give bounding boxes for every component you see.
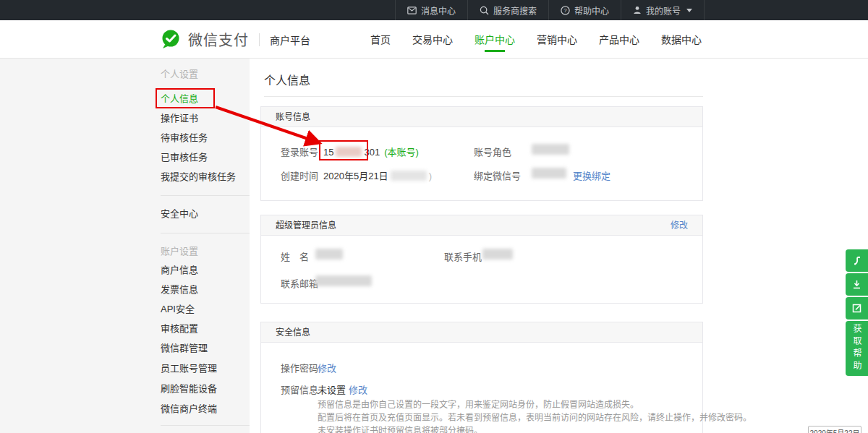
get-help-button[interactable]: 获取帮助 <box>846 321 868 376</box>
account-role-label: 账号角色 <box>474 145 511 158</box>
security-info-section-header: 安全信息 <box>261 322 702 343</box>
sidebar-item-personal-info[interactable]: 个人信息 <box>161 93 198 105</box>
bound-wechat-label: 绑定微信号 <box>474 168 521 182</box>
reserved-info-label: 预留信息 <box>281 382 318 396</box>
description-line-2: 配置后将在首页及充值页面显示。若未看到预留信息，表明当前访问的网站存在风险，请终… <box>318 411 752 424</box>
created-paren: ) <box>429 171 432 181</box>
masked-login-digits <box>336 147 362 157</box>
sidebar-item-wechat-merchant-terminal[interactable]: 微信商户终端 <box>161 403 217 415</box>
question-icon: ? <box>561 6 570 15</box>
header: 微信支付 商户平台 首页 交易中心 账户中心 营销中心 产品中心 数据中心 <box>0 20 868 59</box>
wechat-pay-merchant-portal: 消息中心 服务商搜索 ? 帮助中心 我的账号 微信 <box>0 0 868 433</box>
sidebar-divider <box>161 425 250 426</box>
operation-password-modify-link[interactable]: 修改 <box>318 361 336 374</box>
login-account-prefix: 15 <box>323 147 333 158</box>
search-icon <box>480 6 489 15</box>
security-info-section: 安全信息 操作密码 修改 预留信息 未设置 修改 预留信息是由你自己设置的一段文… <box>260 322 703 433</box>
sidebar-item-face-pay-device[interactable]: 刷脸智能设备 <box>161 383 217 395</box>
feedback-button[interactable] <box>846 297 868 320</box>
security-info-body: 操作密码 修改 预留信息 未设置 修改 预留信息是由你自己设置的一段文字，用来鉴… <box>261 343 702 433</box>
brand-name: 微信支付 <box>188 29 249 50</box>
topbar-menu: 消息中心 服务商搜索 ? 帮助中心 我的账号 <box>395 0 705 20</box>
portal-name: 商户平台 <box>270 33 310 47</box>
brand-divider <box>259 33 260 46</box>
my-account-menu-item[interactable]: 我的账号 <box>621 0 705 20</box>
service-provider-search-label: 服务商搜索 <box>493 4 537 17</box>
floating-help-bar: 获取帮助 <box>846 249 868 376</box>
sidebar-group-account-settings: 账户设置 <box>161 246 198 257</box>
sidebar-item-operation-cert[interactable]: 操作证书 <box>161 113 198 124</box>
nav-home[interactable]: 首页 <box>370 20 391 58</box>
security-info-title: 安全信息 <box>276 322 310 343</box>
service-provider-search-menu-item[interactable]: 服务商搜索 <box>467 0 548 20</box>
nav-product-center[interactable]: 产品中心 <box>599 20 639 58</box>
admin-phone-label: 联系手机 <box>444 249 482 263</box>
chevron-down-icon <box>686 9 692 12</box>
operation-password-label: 操作密码 <box>281 361 318 374</box>
login-account-label: 登录账号 <box>281 145 318 158</box>
rebind-wechat-link[interactable]: 更换绑定 <box>573 168 610 182</box>
nav-marketing-center[interactable]: 营销中心 <box>537 20 577 58</box>
sidebar-item-staff-account-mgmt[interactable]: 员工账号管理 <box>161 363 217 374</box>
sidebar-divider <box>161 233 250 233</box>
created-date: 2020年5月21日 <box>323 171 388 181</box>
created-time-label: 创建时间 <box>281 168 318 182</box>
current-account-tag: (本账号) <box>384 147 419 158</box>
masked-admin-name <box>315 249 343 260</box>
sidebar-divider <box>161 195 250 196</box>
user-icon <box>633 6 642 14</box>
masked-wechat-id <box>532 168 566 179</box>
super-admin-title: 超级管理员信息 <box>276 215 336 236</box>
sidebar-item-security-center[interactable]: 安全中心 <box>161 208 198 220</box>
topbar: 消息中心 服务商搜索 ? 帮助中心 我的账号 <box>0 0 868 20</box>
svg-text:?: ? <box>563 7 567 14</box>
super-admin-body: 姓 名 联系手机 联系邮箱 <box>261 236 702 303</box>
admin-name-label: 姓 名 <box>281 249 309 263</box>
sidebar-item-wechat-group-mgmt[interactable]: 微信群管理 <box>161 343 208 354</box>
description-line-3: 未安装操作证书时预留信息将被部分掩码。 <box>318 424 752 433</box>
super-admin-section-header: 超级管理员信息 修改 <box>261 215 702 236</box>
nav-trade-center[interactable]: 交易中心 <box>412 20 453 58</box>
hook-icon <box>851 255 862 266</box>
account-info-title: 账号信息 <box>276 107 310 127</box>
masked-created-time <box>391 171 427 181</box>
account-info-section-header: 账号信息 <box>261 107 702 127</box>
admin-email-label: 联系邮箱 <box>281 276 318 290</box>
sidebar: 个人设置 个人信息 操作证书 待审核任务 已审核任务 我提交的审核任务 安全中心… <box>0 59 250 433</box>
sidebar-item-merchant-info[interactable]: 商户信息 <box>161 265 198 276</box>
edit-icon <box>851 303 862 314</box>
account-info-body: 登录账号 15301(本账号) 账号角色 创建时间 2020年5月21日) 绑定… <box>261 127 702 200</box>
help-center-menu-item[interactable]: ? 帮助中心 <box>548 0 621 20</box>
sidebar-item-invoice-info[interactable]: 发票信息 <box>161 284 198 296</box>
login-account-value: 15301(本账号) <box>323 145 419 158</box>
contact-service-button[interactable] <box>846 249 868 272</box>
nav-account-center[interactable]: 账户中心 <box>475 20 515 58</box>
masked-account-role <box>532 144 569 155</box>
sidebar-item-pending-review-tasks[interactable]: 待审核任务 <box>161 132 208 144</box>
reserved-info-description: 预留信息是由你自己设置的一段文字，用来鉴定网站身份，防止假冒网站造成损失。 配置… <box>318 398 752 433</box>
sidebar-item-review-config[interactable]: 审核配置 <box>161 323 198 335</box>
title-divider <box>264 96 703 97</box>
brand[interactable]: 微信支付 商户平台 <box>161 29 310 50</box>
main-nav: 首页 交易中心 账户中心 营销中心 产品中心 数据中心 <box>370 20 702 58</box>
reserved-info-status: 未设置 <box>318 382 346 396</box>
help-center-label: 帮助中心 <box>574 4 609 17</box>
sidebar-item-my-submitted-tasks[interactable]: 我提交的审核任务 <box>161 171 236 183</box>
page-body: 个人设置 个人信息 操作证书 待审核任务 已审核任务 我提交的审核任务 安全中心… <box>0 59 868 433</box>
masked-admin-email <box>315 275 372 286</box>
sidebar-item-reviewed-tasks[interactable]: 已审核任务 <box>161 152 208 163</box>
super-admin-modify-link[interactable]: 修改 <box>671 215 688 236</box>
sidebar-item-api-security[interactable]: API安全 <box>161 304 195 315</box>
message-center-menu-item[interactable]: 消息中心 <box>395 0 467 20</box>
reserved-info-modify-link[interactable]: 修改 <box>349 382 367 396</box>
wechat-pay-logo-icon <box>161 30 182 49</box>
super-admin-section: 超级管理员信息 修改 姓 名 联系手机 联系邮箱 <box>260 215 703 304</box>
page-title: 个人信息 <box>264 71 310 88</box>
date-tooltip: 2020年5月22日 <box>808 426 861 433</box>
download-button[interactable] <box>846 273 868 296</box>
nav-data-center[interactable]: 数据中心 <box>661 20 702 58</box>
account-info-section: 账号信息 登录账号 15301(本账号) 账号角色 创建时间 2020年5月21… <box>260 106 703 201</box>
mail-icon <box>407 7 417 14</box>
description-line-1: 预留信息是由你自己设置的一段文字，用来鉴定网站身份，防止假冒网站造成损失。 <box>318 398 752 411</box>
message-center-label: 消息中心 <box>421 4 456 17</box>
